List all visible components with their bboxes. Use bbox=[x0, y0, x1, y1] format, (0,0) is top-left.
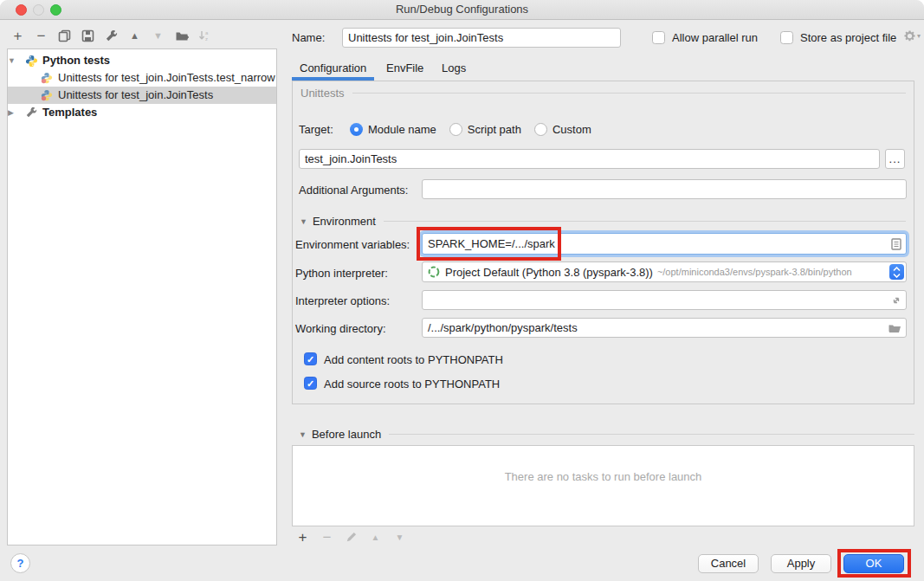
interpreter-value: Project Default (Python 3.8 (pyspark-3.8… bbox=[445, 266, 653, 279]
add-content-roots-checkbox[interactable]: ✓ bbox=[304, 352, 317, 365]
python-icon bbox=[25, 55, 39, 68]
ellipsis-icon: ... bbox=[889, 155, 901, 164]
help-button[interactable]: ? bbox=[10, 553, 30, 573]
save-configuration-icon[interactable] bbox=[81, 29, 95, 43]
tab-logs[interactable]: Logs bbox=[442, 59, 466, 78]
interpreter-path: ~/opt/miniconda3/envs/pyspark-3.8/bin/py… bbox=[657, 267, 852, 277]
python-interpreter-select[interactable]: Project Default (Python 3.8 (pyspark-3.8… bbox=[422, 261, 907, 282]
tree-item-templates[interactable]: ▶ Templates bbox=[8, 104, 276, 121]
tab-envfile[interactable]: EnvFile bbox=[386, 59, 423, 78]
interpreter-options-input[interactable] bbox=[422, 290, 907, 310]
section-title: Environment bbox=[313, 215, 376, 228]
edit-templates-icon[interactable] bbox=[104, 29, 119, 43]
move-up-icon[interactable]: ▲ bbox=[127, 29, 142, 43]
additional-arguments-input[interactable] bbox=[422, 179, 907, 199]
cancel-button[interactable]: Cancel bbox=[698, 554, 759, 573]
python-interpreter-label: Python interpreter: bbox=[295, 266, 388, 281]
browse-folder-icon[interactable] bbox=[888, 323, 901, 333]
gear-dropdown-caret: ▾ bbox=[917, 32, 921, 40]
target-label: Target: bbox=[299, 122, 333, 138]
browse-module-button[interactable]: ... bbox=[885, 149, 905, 169]
run-debug-configurations-dialog: Run/Debug Configurations + − ▲ ▼ az ▼ bbox=[0, 0, 924, 581]
configurations-tree: ▼ Python tests Unittests for test_join.J… bbox=[7, 48, 277, 545]
tree-item-test-narrow[interactable]: Unittests for test_join.JoinTests.test_n… bbox=[8, 69, 276, 87]
working-directory-input[interactable]: /.../spark/python/pyspark/tests bbox=[422, 318, 907, 338]
tree-item-label: Unittests for test_join.JoinTests.test_n… bbox=[58, 69, 275, 87]
check-icon: ✓ bbox=[307, 354, 314, 365]
radio-unselected-icon[interactable] bbox=[449, 123, 462, 136]
move-task-up-icon: ▲ bbox=[368, 530, 383, 545]
before-launch-task-list: There are no tasks to run before launch bbox=[292, 445, 914, 526]
unittests-group-header: Unittests bbox=[300, 87, 906, 100]
radio-label: Custom bbox=[552, 123, 591, 136]
tree-item-jointests-selected[interactable]: Unittests for test_join.JoinTests bbox=[8, 87, 276, 104]
radio-label: Script path bbox=[468, 123, 521, 136]
radio-module-name[interactable]: Module name bbox=[350, 123, 436, 136]
expand-field-icon[interactable] bbox=[891, 295, 901, 306]
group-title: Unittests bbox=[300, 87, 345, 100]
radio-unselected-icon[interactable] bbox=[534, 123, 547, 136]
name-label: Name: bbox=[292, 30, 325, 46]
python-test-config-icon bbox=[41, 72, 55, 84]
store-options-gear-icon[interactable]: ▾ bbox=[903, 29, 921, 42]
wrench-icon bbox=[25, 107, 39, 119]
working-directory-label: Working directory: bbox=[295, 321, 386, 337]
tree-item-label: Templates bbox=[42, 104, 97, 121]
copy-configuration-icon[interactable] bbox=[57, 29, 72, 43]
sort-configurations-icon: az bbox=[197, 29, 212, 43]
section-collapse-arrow-icon[interactable]: ▼ bbox=[299, 430, 307, 439]
empty-task-list-text: There are no tasks to run before launch bbox=[293, 470, 914, 483]
tab-configuration[interactable]: Configuration bbox=[300, 59, 366, 78]
conda-env-icon bbox=[428, 266, 440, 278]
move-down-icon: ▼ bbox=[151, 29, 165, 43]
section-collapse-arrow-icon[interactable]: ▼ bbox=[300, 217, 307, 226]
radio-selected-icon[interactable] bbox=[350, 123, 363, 136]
svg-text:z: z bbox=[205, 36, 208, 42]
task-list-toolbar: + − ▲ ▼ bbox=[295, 529, 407, 545]
dropdown-stepper-icon[interactable] bbox=[889, 264, 904, 280]
name-input[interactable]: Unittests for test_join.JoinTests bbox=[342, 28, 621, 48]
additional-arguments-label: Additional Arguments: bbox=[299, 183, 408, 198]
add-content-roots-label: Add content roots to PYTHONPATH bbox=[324, 352, 503, 368]
add-task-icon[interactable]: + bbox=[295, 530, 310, 545]
store-as-project-file-label: Store as project file bbox=[800, 30, 896, 46]
close-window-button[interactable] bbox=[16, 4, 27, 16]
expanded-arrow-icon[interactable]: ▼ bbox=[8, 52, 25, 69]
collapsed-arrow-icon[interactable]: ▶ bbox=[8, 104, 25, 121]
apply-button[interactable]: Apply bbox=[771, 554, 831, 573]
radio-script-path[interactable]: Script path bbox=[449, 123, 521, 136]
add-configuration-icon[interactable]: + bbox=[10, 29, 25, 43]
store-as-project-file-checkbox[interactable] bbox=[780, 31, 793, 44]
tree-item-label: Python tests bbox=[42, 52, 110, 69]
radio-custom[interactable]: Custom bbox=[534, 123, 591, 136]
tree-item-python-tests[interactable]: ▼ Python tests bbox=[8, 52, 276, 69]
name-value: Unittests for test_join.JoinTests bbox=[348, 31, 503, 44]
remove-configuration-icon[interactable]: − bbox=[34, 29, 48, 43]
before-launch-section-header[interactable]: ▼ Before launch bbox=[299, 428, 914, 441]
browse-env-vars-icon[interactable] bbox=[891, 238, 901, 250]
configurations-toolbar: + − ▲ ▼ az bbox=[10, 27, 212, 44]
title-bar: Run/Debug Configurations bbox=[0, 0, 924, 20]
add-source-roots-checkbox[interactable]: ✓ bbox=[304, 377, 317, 390]
python-test-config-icon bbox=[41, 89, 55, 101]
target-module-input[interactable]: test_join.JoinTests bbox=[299, 149, 880, 169]
target-radio-group: Module name Script path Custom bbox=[350, 121, 604, 137]
annotation-ok-highlight bbox=[837, 549, 911, 578]
zoom-window-button[interactable] bbox=[50, 4, 61, 16]
environment-section-header[interactable]: ▼ Environment bbox=[300, 215, 906, 228]
target-module-value: test_join.JoinTests bbox=[305, 152, 397, 165]
svg-text:a: a bbox=[205, 30, 209, 36]
annotation-env-vars-highlight bbox=[417, 227, 561, 261]
minimize-window-button bbox=[33, 4, 44, 16]
new-folder-icon[interactable] bbox=[174, 29, 189, 43]
radio-label: Module name bbox=[368, 123, 436, 136]
section-title: Before launch bbox=[312, 428, 381, 441]
working-directory-value: /.../spark/python/pyspark/tests bbox=[428, 321, 578, 334]
interpreter-options-label: Interpreter options: bbox=[295, 294, 390, 309]
remove-task-icon: − bbox=[320, 530, 334, 545]
allow-parallel-run-checkbox[interactable] bbox=[652, 31, 665, 44]
check-icon: ✓ bbox=[307, 378, 314, 389]
edit-task-icon bbox=[344, 530, 359, 545]
move-task-down-icon: ▼ bbox=[392, 530, 407, 545]
add-source-roots-label: Add source roots to PYTHONPATH bbox=[324, 377, 500, 392]
